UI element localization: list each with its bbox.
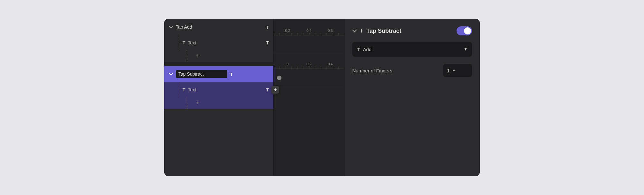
tick bbox=[315, 67, 321, 69]
tick bbox=[321, 33, 327, 35]
right-panel-title: Tap Subtract bbox=[366, 28, 453, 34]
add-dropdown[interactable]: T Add ▼ bbox=[352, 42, 472, 57]
tick bbox=[291, 33, 297, 35]
fingers-chevron-icon: ▼ bbox=[452, 69, 456, 72]
tap-add-label: Tap Add bbox=[176, 24, 263, 30]
tap-add-text-label: Text bbox=[188, 40, 264, 45]
tap-subtract-text-t-icon: T bbox=[183, 87, 185, 92]
right-panel: T Tap Subtract T Add ▼ Number of Fingers… bbox=[345, 19, 480, 176]
tick bbox=[274, 67, 279, 69]
right-panel-header: T Tap Subtract bbox=[352, 26, 472, 35]
ruler-labels-2: 0 0.2 0.4 bbox=[274, 62, 344, 66]
tap-subtract-children: T Text T + + bbox=[164, 82, 273, 109]
main-container: Tap Add T T Text T + bbox=[164, 19, 480, 176]
dropdown-chevron-icon: ▼ bbox=[464, 47, 468, 51]
tick bbox=[338, 67, 344, 69]
timeline-ruler-2: 0 0.2 0.4 bbox=[274, 52, 344, 69]
tick bbox=[286, 67, 291, 69]
right-panel-chevron-icon bbox=[352, 28, 357, 34]
ruler-ticks-1 bbox=[274, 33, 344, 35]
ruler-label-0: 0 bbox=[277, 62, 298, 66]
tap-subtract-section: T T Text T + + bbox=[164, 66, 273, 109]
tap-add-chevron-icon bbox=[169, 25, 173, 30]
tick bbox=[338, 33, 344, 35]
tick bbox=[279, 67, 285, 69]
ruler-label-02b: 0.2 bbox=[298, 62, 319, 66]
tick bbox=[291, 67, 297, 69]
tick bbox=[279, 33, 285, 35]
tick bbox=[309, 33, 315, 35]
tap-add-text-t-icon: T bbox=[183, 40, 185, 45]
timeline-ruler-1: 0.2 0.4 0.6 bbox=[274, 19, 344, 35]
tick bbox=[327, 33, 332, 35]
tap-subtract-text-item: T Text T + bbox=[178, 82, 273, 97]
section-divider bbox=[164, 62, 273, 66]
tick bbox=[297, 67, 303, 69]
tick bbox=[286, 33, 291, 35]
tap-add-t-icon: T bbox=[266, 24, 269, 30]
tick bbox=[315, 33, 321, 35]
tap-subtract-name-input[interactable] bbox=[176, 70, 227, 78]
tick bbox=[297, 33, 303, 35]
tick bbox=[321, 67, 327, 69]
middle-panel: 0.2 0.4 0.6 0 bbox=[274, 19, 345, 176]
tick bbox=[333, 67, 338, 69]
tap-add-add-row: + bbox=[187, 50, 273, 62]
tap-subtract-text-label: Text bbox=[188, 87, 264, 92]
plus-badge[interactable]: + bbox=[271, 86, 279, 94]
tick bbox=[333, 33, 338, 35]
timeline-dot bbox=[277, 76, 281, 80]
tick bbox=[303, 33, 309, 35]
ruler-labels-1: 0.2 0.4 0.6 bbox=[274, 29, 344, 32]
ruler-label-04b: 0.4 bbox=[320, 62, 341, 66]
tick bbox=[274, 33, 279, 35]
dropdown-label: Add bbox=[363, 47, 460, 52]
tap-add-section: Tap Add T T Text T + bbox=[164, 19, 273, 62]
toggle-switch[interactable] bbox=[457, 26, 472, 35]
right-panel-title-text: Tap Subtract bbox=[366, 28, 402, 34]
fingers-dropdown[interactable]: 1 ▼ bbox=[443, 64, 472, 77]
tap-subtract-plus-button[interactable]: + bbox=[196, 100, 200, 107]
ruler-ticks-2 bbox=[274, 67, 344, 69]
tap-add-text-item: T Text T bbox=[178, 35, 273, 50]
tick bbox=[327, 67, 332, 69]
tick bbox=[309, 67, 315, 69]
tap-subtract-header[interactable]: T bbox=[164, 66, 273, 82]
ruler-label-06: 0.6 bbox=[320, 29, 341, 32]
tap-subtract-chevron-icon bbox=[169, 72, 173, 77]
tap-subtract-text-right-icon: T bbox=[266, 87, 269, 92]
tap-add-text-right-icon: T bbox=[266, 40, 269, 45]
ruler-label-02: 0.2 bbox=[277, 29, 298, 32]
dropdown-row: T Add ▼ bbox=[352, 42, 472, 57]
left-panel: Tap Add T T Text T + bbox=[164, 19, 274, 176]
tick bbox=[303, 67, 309, 69]
tap-add-children: T Text T + bbox=[164, 35, 273, 62]
property-row-fingers: Number of Fingers 1 ▼ bbox=[352, 63, 472, 78]
dropdown-t-icon: T bbox=[357, 47, 360, 52]
ruler-label-04: 0.4 bbox=[298, 29, 319, 32]
fingers-value: 1 bbox=[447, 68, 450, 73]
timeline-row-tap-subtract bbox=[274, 69, 344, 86]
tap-subtract-t-icon-header: T bbox=[230, 71, 233, 77]
number-of-fingers-label: Number of Fingers bbox=[352, 68, 438, 73]
tap-add-header[interactable]: Tap Add T bbox=[164, 19, 273, 35]
timeline-row-tap-add bbox=[274, 35, 344, 52]
tap-subtract-add-row: + bbox=[187, 97, 273, 109]
tap-add-plus-button[interactable]: + bbox=[196, 53, 200, 60]
right-panel-t-icon: T bbox=[360, 28, 363, 34]
